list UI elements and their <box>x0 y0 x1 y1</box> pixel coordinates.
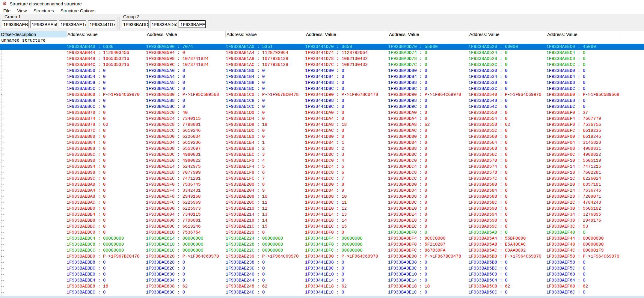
address-value-cell[interactable]: 1F933BAD598 : 0 <box>468 217 546 223</box>
address-value-cell[interactable]: 1F933BAEF44 : 00000000 <box>546 235 644 241</box>
address-value-cell[interactable]: 1F933BAE1DC : 0 <box>226 128 305 134</box>
address-value-cell[interactable]: 1F933BAD5A4 : 55BF0000 <box>468 235 546 241</box>
address-value-cell[interactable]: 1F933BAEF10 : 5505119 <box>546 158 644 164</box>
address-value-cell[interactable]: 1F933BAEB7C : 0 <box>67 128 146 134</box>
address-value-cell[interactable]: 1F933BAEB50 : 0 <box>67 68 146 74</box>
address-value-cell[interactable]: 1F933BADD7C : 0 <box>388 62 468 68</box>
offset-description-cell[interactable]: 0098 - 4 Bytes <box>0 259 67 265</box>
address-value-cell[interactable]: 1F933BAE1B0 : 0 <box>226 68 305 74</box>
address-value-cell[interactable]: 1F933441DEC : 15 <box>305 223 388 229</box>
address-value-cell[interactable]: 1F933BAEB68 : 0 <box>67 98 146 104</box>
address-value-cell[interactable]: 1F933BAE5E0 : 4980822 <box>146 158 226 164</box>
address-value-cell[interactable]: 1F933441DDC : 11 <box>305 199 388 205</box>
address-value-cell[interactable]: 1F933BAEF40 : 0 <box>546 229 644 235</box>
address-value-cell[interactable]: 1F933BAEB88 : 0 <box>67 146 146 152</box>
address-value-cell[interactable]: 1F933441DF0 : 0 <box>305 229 388 235</box>
address-value-cell[interactable]: 1F933BAE24C : 0 <box>226 289 305 295</box>
address-value-cell[interactable]: 1F933441E08 : 0 <box>305 259 388 265</box>
structure-row[interactable]: 000C - 4 Bytes 1F933BAEB4C : 10653532161… <box>0 62 644 68</box>
address-value-cell[interactable]: 1F933BAD58C : 0 <box>468 199 546 205</box>
address-value-cell[interactable]: 1F933BADDC0 : 0 <box>388 158 468 164</box>
address-value-cell[interactable]: 1F933441DA4 : 0 <box>305 116 388 122</box>
address-value-cell[interactable]: 1F933BAD564 : 0 <box>468 140 546 146</box>
address-value-cell[interactable]: 1F933441DC4 : 5 <box>305 164 388 170</box>
address-value-cell[interactable]: 1F933BAEF08 : 4980831 <box>546 146 644 152</box>
address-value-cell[interactable]: 1F933441DB8 : 2 <box>305 146 388 152</box>
address-value-cell[interactable]: 1F933BADDBC : 0 <box>388 152 468 158</box>
address-value-cell[interactable]: 1F933441D78 : 1082130432 <box>305 56 388 62</box>
offset-description-cell[interactable]: 0058 - 4 Bytes <box>0 170 67 176</box>
offset-description-cell[interactable]: 008C - 4 Bytes (Hex) <box>0 247 67 253</box>
address-value-cell[interactable]: 1F933BAE224 : 00000000 <box>226 235 305 241</box>
address-value-cell[interactable]: 1F933BAEBB0 : 0 <box>67 205 146 211</box>
address-value-cell[interactable]: 1F933BAE5AC : 0 <box>146 86 226 92</box>
address-value-cell[interactable]: 1F933BAE23C : 0 <box>226 265 305 271</box>
address-value-cell[interactable]: 1F933BAEF5C : 0 <box>546 265 644 271</box>
address-value-cell[interactable]: 1F933BAEF4C : 000001F9 <box>546 247 644 253</box>
address-value-cell[interactable]: 1F933BAD5C0 : 0 <box>468 271 546 277</box>
address-value-cell[interactable]: 1F933BAD5AC : CDAAD002 <box>468 247 546 253</box>
address-value-cell[interactable]: 1F933BAEF2C : 4784243 <box>546 199 644 205</box>
address-value-cell[interactable]: 1F933BAEF04 : 3145823 <box>546 140 644 146</box>
address-value-cell[interactable]: 1F933BADD70 : 55000 <box>388 44 468 50</box>
structure-row[interactable]: 0054 - 4 Bytes 1F933BAEB94 : 01F933BAE5E… <box>0 164 644 170</box>
address-value-cell[interactable]: 1F933BAEECC : 0 <box>546 62 644 68</box>
address-value-cell[interactable]: 1F933441DC0 : 4 <box>305 158 388 164</box>
address-value-cell[interactable]: 1F933BADDCC : 0 <box>388 176 468 181</box>
group-address-field[interactable] <box>179 20 206 28</box>
address-value-header[interactable]: Address: Value <box>146 31 226 37</box>
address-value-cell[interactable]: 1F933BAEEE0 : P->1F95C5B9568 <box>546 92 644 98</box>
address-value-cell[interactable]: 1F933BAEF0C : 4980822 <box>546 152 644 158</box>
address-value-cell[interactable]: 1F933BAE1D0 : 0 <box>226 110 305 116</box>
address-value-cell[interactable]: 1F933BADE0C : 0 <box>388 265 468 271</box>
address-value-cell[interactable]: 1F933BADDC4 : 0 <box>388 164 468 170</box>
address-value-cell[interactable]: 1F933BAE5B8 : 0 <box>146 98 226 104</box>
address-value-cell[interactable]: 1F933BADDC8 : 0 <box>388 170 468 176</box>
structure-row[interactable]: 0020 - Pointer › 1F933BAEB60 : P->1F964C… <box>0 92 644 98</box>
address-value-cell[interactable]: 1F933BAE630 : 0 <box>146 271 226 277</box>
offset-description-cell[interactable]: 00A0 - 4 Bytes <box>0 271 67 277</box>
address-value-cell[interactable]: 1F933BAD5C8 : 62 <box>468 283 546 289</box>
address-value-cell[interactable]: 1F933BAE5E8 : 7077999 <box>146 170 226 176</box>
structure-root-row[interactable]: unnamed structure <box>0 37 644 44</box>
address-value-cell[interactable]: 1F933BAD52C : 0 <box>468 62 546 68</box>
address-value-cell[interactable]: 1F933BAE628 : 0 <box>146 259 226 265</box>
address-value-cell[interactable]: 1F933BAD59C : 0 <box>468 223 546 229</box>
address-value-cell[interactable]: 1F933BAD580 : 0 <box>468 181 546 187</box>
structure-row[interactable]: 0090 - Pointer › 1F933BAEBD0 : P->1F967B… <box>0 253 644 259</box>
address-value-cell[interactable]: 1F933BAEF38 : 2949176 <box>546 217 644 223</box>
address-value-cell[interactable]: 1F933441DE4 : 13 <box>305 211 388 217</box>
address-value-cell[interactable]: 1F933BAEBCC : 00000000 <box>67 247 146 253</box>
offset-description-cell[interactable]: 0018 - 4 Bytes <box>0 80 67 86</box>
address-value-cell[interactable]: 1F933BAD560 : 0 <box>468 134 546 140</box>
address-value-cell[interactable]: 1F933BAEB48 : 1065353216 <box>67 56 146 62</box>
address-value-cell[interactable]: 1F933441DB4 : 1 <box>305 140 388 146</box>
offset-description-cell[interactable]: 00AC - 4 Bytes <box>0 289 67 295</box>
address-value-cell[interactable]: 1F933BAE240 : 0 <box>226 271 305 277</box>
address-value-header[interactable]: Address: Value <box>388 31 468 37</box>
address-value-cell[interactable]: 1F933BAD574 : 0 <box>468 164 546 170</box>
address-value-cell[interactable]: 1F933BAEF28 : 7209071 <box>546 193 644 199</box>
address-value-cell[interactable]: 1F933BAEF48 : 00000000 <box>546 241 644 247</box>
address-value-cell[interactable]: 1F933441D90 : P->1F967BC0478 <box>305 92 388 98</box>
address-value-cell[interactable]: 1F933BAE598 : 1073741824 <box>146 56 226 62</box>
address-value-cell[interactable]: 1F933BAD5BC : 0 <box>468 265 546 271</box>
address-value-cell[interactable]: 1F933BAEB94 : 0 <box>67 164 146 170</box>
address-value-cell[interactable]: 1F933BAE604 : 7340115 <box>146 211 226 217</box>
address-value-cell[interactable]: 1F933BAEBE0 : 0 <box>67 271 146 277</box>
address-value-cell[interactable]: 1F933BADE1C : 0 <box>388 289 468 295</box>
address-value-cell[interactable]: 1F933441E00 : P->1F964C69970 <box>305 253 388 259</box>
address-value-cell[interactable]: 1F933BAEF3C : 53 <box>546 223 644 229</box>
structure-row[interactable]: 0064 - 4 Bytes 1F933BAEBA4 : 01F933BAE5F… <box>0 187 644 193</box>
structure-row[interactable]: 0014 - 4 Bytes 1F933BAEB54 : 01F933BAE5A… <box>0 74 644 80</box>
structure-row[interactable]: 0030 - 4 Bytes 1F933BAEB70 : 01F933BAE5C… <box>0 110 644 116</box>
address-value-cell[interactable]: 1F933441DFC : 00000000 <box>305 247 388 253</box>
address-value-cell[interactable]: 1F933BAEF60 : 0 <box>546 271 644 277</box>
address-value-cell[interactable]: 1F933BAEF14 : 7471215 <box>546 164 644 170</box>
structure-row[interactable]: 008C - 4 Bytes (Hex) 1F933BAEBCC : 00000… <box>0 247 644 253</box>
structure-row[interactable]: 006C - 4 Bytes 1F933BAEBAC : 01F933BAE5F… <box>0 199 644 205</box>
address-value-cell[interactable]: 1F933BAE208 : 10 <box>226 193 305 199</box>
address-value-cell[interactable]: 1F933BAE1C0 : P->1F967BC0478 <box>226 92 305 98</box>
address-value-cell[interactable]: 1F933BAE62C : 0 <box>146 265 226 271</box>
address-value-cell[interactable]: 1F933BAE5D0 : 6226034 <box>146 134 226 140</box>
